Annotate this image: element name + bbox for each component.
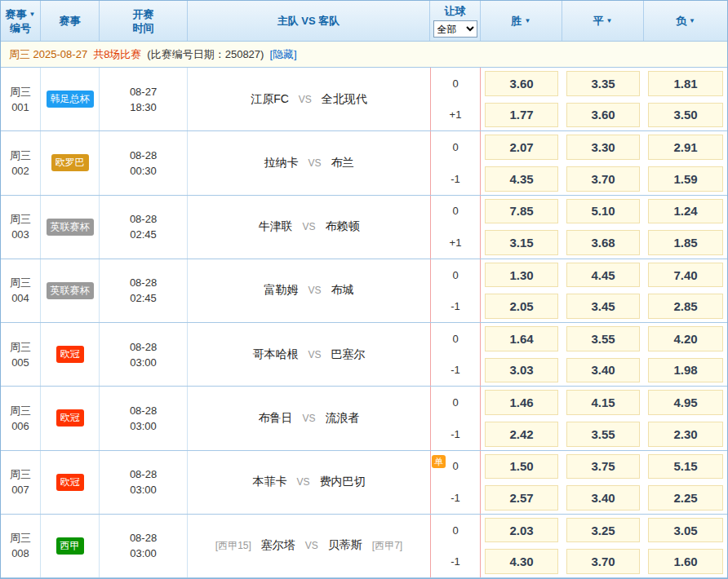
odds-draw[interactable]: 3.70 (566, 549, 640, 574)
odds-lose[interactable]: 1.59 (648, 166, 723, 192)
league-badge: 西甲 (56, 537, 84, 555)
vs-label: VS (302, 413, 315, 424)
odds-lose[interactable]: 1.98 (648, 358, 723, 383)
odds-draw[interactable]: 3.55 (566, 422, 640, 447)
match-date: 08-28 (130, 339, 157, 355)
col-header-win[interactable]: 胜 ▼ (481, 1, 562, 41)
match-row: 周三 008 西甲 08-28 03:00 [西甲15] 塞尔塔 VS 贝蒂斯 … (1, 515, 727, 578)
col-header-league: 赛事 (41, 1, 100, 41)
col-header-draw[interactable]: 平 ▼ (562, 1, 644, 41)
odds-lose[interactable]: 2.91 (648, 135, 723, 160)
match-day: 周三 (10, 211, 31, 227)
match-league: 英联赛杯 (41, 259, 100, 322)
odds-lose[interactable]: 2.25 (648, 485, 723, 510)
match-teams: 拉纳卡 VS 布兰 (188, 131, 430, 194)
odds-lose[interactable]: 5.15 (648, 454, 723, 480)
dropdown-caret[interactable]: ▼ (606, 14, 613, 28)
odds-draw[interactable]: 3.68 (566, 230, 640, 255)
odds-draw[interactable]: 5.10 (566, 199, 640, 224)
vs-label: VS (296, 476, 309, 488)
odds-win[interactable]: 1.30 (485, 263, 558, 288)
odds-win[interactable]: 2.57 (485, 485, 558, 510)
match-start-time: 03:00 (130, 355, 157, 370)
match-start-time: 00:30 (130, 163, 157, 179)
odds-grid: 1.643.554.203.033.401.98 (481, 323, 727, 386)
odds-win[interactable]: 2.42 (485, 422, 558, 447)
match-row: 周三 003 英联赛杯 08-28 02:45 牛津联 VS 布赖顿 0 +1 … (1, 196, 727, 259)
col-header-match-id-label: 赛事 (6, 7, 27, 21)
odds-win[interactable]: 3.15 (485, 230, 558, 255)
away-team-tag: [西甲7] (372, 539, 402, 553)
league-badge: 欧冠 (56, 474, 84, 491)
odds-win[interactable]: 2.03 (485, 518, 558, 543)
col-header-match-id-label2: 编号 (10, 21, 31, 35)
odds-draw[interactable]: 3.40 (566, 358, 640, 383)
odds-draw[interactable]: 3.25 (566, 518, 640, 543)
hide-link[interactable]: [隐藏] (269, 47, 296, 62)
odds-lose[interactable]: 4.95 (648, 390, 723, 415)
odds-draw[interactable]: 3.70 (566, 166, 640, 192)
odds-win[interactable]: 3.03 (485, 358, 558, 383)
odds-lose[interactable]: 2.30 (648, 422, 723, 447)
match-time: 08-28 03:00 (100, 451, 188, 514)
match-id: 周三 004 (1, 259, 41, 322)
home-team: 布鲁日 (258, 411, 292, 426)
match-id: 周三 002 (1, 131, 41, 194)
handicap-filter-select[interactable]: 全部 (433, 20, 477, 38)
odds-lose[interactable]: 2.85 (648, 294, 723, 319)
match-row: 周三 006 欧冠 08-28 03:00 布鲁日 VS 流浪者 0 -1 1.… (1, 387, 727, 450)
odds-lose[interactable]: 3.50 (648, 103, 723, 128)
col-header-time-label2: 时间 (133, 21, 154, 35)
handicap-cell: 0 +1 (430, 196, 481, 259)
col-header-time-label1: 开赛 (133, 7, 154, 21)
odds-lose[interactable]: 7.40 (648, 263, 723, 288)
match-code: 003 (11, 227, 29, 242)
match-code: 007 (11, 482, 29, 497)
date-summary-bar: 周三 2025-08-27 共8场比赛 (比赛编号日期：250827) [隐藏] (1, 42, 727, 68)
odds-win[interactable]: 1.46 (485, 390, 558, 415)
odds-lose[interactable]: 4.20 (648, 326, 723, 351)
dropdown-caret[interactable]: ▼ (689, 14, 695, 28)
odds-win[interactable]: 7.85 (485, 199, 558, 224)
away-team: 布城 (331, 283, 354, 298)
vs-label: VS (299, 94, 312, 105)
odds-draw[interactable]: 4.15 (566, 390, 640, 415)
odds-win[interactable]: 1.77 (485, 103, 558, 128)
odds-win[interactable]: 4.30 (485, 549, 558, 574)
league-badge: 韩足总杯 (47, 91, 94, 108)
league-badge: 英联赛杯 (47, 282, 94, 299)
odds-draw[interactable]: 3.55 (566, 326, 640, 351)
odds-win[interactable]: 4.35 (485, 166, 558, 192)
handicap-cell: 0 -1 (430, 515, 481, 577)
match-teams: 富勒姆 VS 布城 (188, 259, 430, 322)
odds-draw[interactable]: 3.45 (566, 294, 640, 319)
away-team: 贝蒂斯 (328, 538, 362, 553)
odds-draw[interactable]: 4.45 (566, 263, 640, 288)
odds-draw[interactable]: 3.35 (566, 71, 640, 96)
col-header-handicap: 让球 全部 (430, 1, 481, 41)
odds-draw[interactable]: 3.60 (566, 103, 640, 128)
odds-lose[interactable]: 1.81 (648, 71, 723, 96)
odds-draw[interactable]: 3.40 (566, 485, 640, 510)
odds-lose[interactable]: 1.85 (648, 230, 723, 255)
odds-win[interactable]: 1.50 (485, 454, 558, 480)
odds-lose[interactable]: 1.60 (648, 549, 723, 574)
odds-win[interactable]: 2.05 (485, 294, 558, 319)
odds-draw[interactable]: 3.30 (566, 135, 640, 160)
col-header-match-id[interactable]: 赛事 ▼ 编号 (1, 1, 41, 41)
odds-lose[interactable]: 3.05 (648, 518, 723, 543)
col-header-lose[interactable]: 负 ▼ (644, 1, 727, 41)
match-start-time: 02:45 (130, 227, 157, 242)
odds-lose[interactable]: 1.24 (648, 199, 723, 224)
odds-win[interactable]: 1.64 (485, 326, 558, 351)
match-league: 西甲 (41, 515, 100, 577)
odds-win[interactable]: 3.60 (485, 71, 558, 96)
match-rows: 周三 001 韩足总杯 08-27 18:30 江原FC VS 全北现代 0 +… (1, 68, 727, 578)
odds-draw[interactable]: 3.75 (566, 454, 640, 480)
odds-grid: 1.503.755.152.573.402.25 (481, 451, 727, 514)
dropdown-caret[interactable]: ▼ (525, 14, 531, 28)
dropdown-caret[interactable]: ▼ (29, 7, 36, 21)
match-start-time: 18:30 (130, 99, 157, 115)
match-time: 08-28 03:00 (100, 387, 188, 449)
odds-win[interactable]: 2.07 (485, 135, 558, 160)
